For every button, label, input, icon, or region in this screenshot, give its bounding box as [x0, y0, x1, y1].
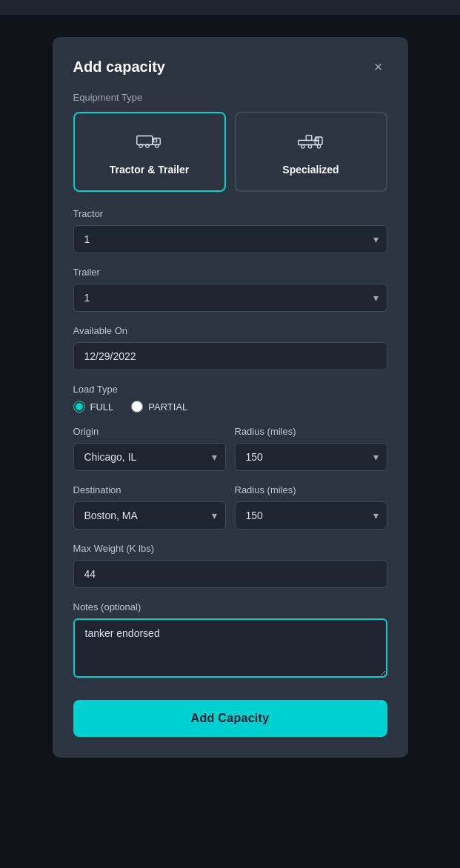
notes-label: Notes (optional)	[73, 601, 387, 612]
modal-header: Add capacity ×	[73, 58, 387, 76]
trailer-label: Trailer	[73, 267, 387, 278]
origin-radius-select[interactable]: 50 100 150 200 250 500	[235, 443, 387, 471]
overlay: Add capacity × Equipment Type	[0, 15, 460, 868]
equipment-type-section: Equipment Type	[73, 92, 387, 192]
specialized-icon	[298, 131, 324, 155]
radio-partial-label: PARTIAL	[148, 401, 187, 413]
svg-point-15	[317, 145, 321, 149]
trailer-select[interactable]: 1 2 3 4 5	[73, 284, 387, 312]
load-type-field: Load Type FULL PARTIAL	[73, 384, 387, 413]
notes-textarea[interactable]: tanker endorsed	[73, 618, 387, 678]
destination-select-wrapper: Boston, MA New York, NY Los Angeles, CA …	[73, 501, 226, 530]
tractor-trailer-icon	[136, 131, 163, 155]
equipment-type-label: Equipment Type	[73, 92, 387, 103]
available-on-input[interactable]: 12/29/2022	[73, 342, 387, 370]
origin-radius-select-wrapper: 50 100 150 200 250 500	[235, 443, 387, 471]
max-weight-input[interactable]: 44	[73, 560, 387, 588]
radio-full-label: FULL	[90, 401, 114, 413]
destination-label: Destination	[73, 484, 226, 495]
notes-field: Notes (optional) tanker endorsed	[73, 601, 387, 681]
tractor-trailer-label: Tractor & Trailer	[110, 164, 189, 176]
origin-label: Origin	[73, 426, 226, 437]
equipment-card-specialized[interactable]: Specialized	[235, 112, 387, 192]
origin-radius-field: Radius (miles) 50 100 150 200 250 500	[235, 426, 387, 471]
origin-radius-label: Radius (miles)	[235, 426, 387, 437]
load-type-label: Load Type	[73, 384, 387, 395]
destination-field: Destination Boston, MA New York, NY Los …	[73, 484, 226, 530]
svg-rect-0	[136, 136, 152, 145]
radio-full-input[interactable]	[73, 401, 85, 413]
destination-radius-field: Radius (miles) 50 100 150 200 250 500	[235, 484, 387, 530]
load-type-radio-group: FULL PARTIAL	[73, 401, 387, 413]
destination-radius-label: Radius (miles)	[235, 484, 387, 495]
origin-row: Origin Chicago, IL New York, NY Los Ange…	[73, 426, 387, 484]
svg-rect-2	[153, 139, 157, 142]
max-weight-field: Max Weight (K lbs) 44	[73, 543, 387, 588]
modal-title: Add capacity	[73, 59, 165, 76]
close-button[interactable]: ×	[370, 58, 387, 76]
destination-radius-select[interactable]: 50 100 150 200 250 500	[235, 501, 387, 530]
max-weight-label: Max Weight (K lbs)	[73, 543, 387, 554]
destination-select[interactable]: Boston, MA New York, NY Los Angeles, CA …	[73, 501, 226, 530]
trailer-select-wrapper: 1 2 3 4 5	[73, 284, 387, 312]
tractor-select[interactable]: 1 2 3 4 5	[73, 225, 387, 253]
radio-partial-input[interactable]	[131, 401, 143, 413]
origin-select-wrapper: Chicago, IL New York, NY Los Angeles, CA…	[73, 443, 226, 471]
destination-radius-select-wrapper: 50 100 150 200 250 500	[235, 501, 387, 530]
tractor-label: Tractor	[73, 208, 387, 219]
radio-full[interactable]: FULL	[73, 401, 114, 413]
tractor-field: Tractor 1 2 3 4 5	[73, 208, 387, 253]
available-on-field: Available On 12/29/2022	[73, 325, 387, 370]
svg-point-13	[301, 145, 304, 149]
add-capacity-button[interactable]: Add Capacity	[73, 700, 387, 737]
tractor-select-wrapper: 1 2 3 4 5	[73, 225, 387, 253]
destination-row: Destination Boston, MA New York, NY Los …	[73, 484, 387, 543]
svg-point-14	[308, 145, 312, 149]
radio-partial[interactable]: PARTIAL	[131, 401, 187, 413]
specialized-label: Specialized	[282, 164, 339, 176]
modal: Add capacity × Equipment Type	[53, 37, 408, 758]
trailer-field: Trailer 1 2 3 4 5	[73, 267, 387, 312]
available-on-label: Available On	[73, 325, 387, 336]
equipment-card-tractor-trailer[interactable]: Tractor & Trailer	[73, 112, 226, 192]
equipment-cards: Tractor & Trailer	[73, 112, 387, 192]
origin-field: Origin Chicago, IL New York, NY Los Ange…	[73, 426, 226, 471]
origin-select[interactable]: Chicago, IL New York, NY Los Angeles, CA…	[73, 443, 226, 471]
